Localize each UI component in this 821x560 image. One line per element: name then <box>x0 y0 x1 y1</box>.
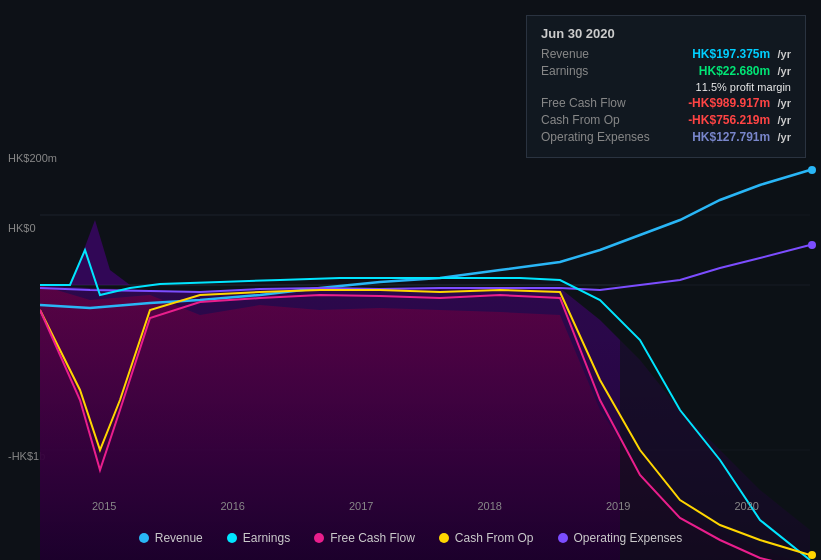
tooltip-opex-value: HK$127.791m /yr <box>692 130 791 144</box>
x-label-2020: 2020 <box>735 500 759 512</box>
legend-cfo[interactable]: Cash From Op <box>439 531 534 545</box>
legend-fcf-label: Free Cash Flow <box>330 531 415 545</box>
tooltip-fcf-row: Free Cash Flow -HK$989.917m /yr <box>541 96 791 110</box>
chart-legend: Revenue Earnings Free Cash Flow Cash Fro… <box>0 531 821 545</box>
tooltip-earnings-row: Earnings HK$22.680m /yr <box>541 64 791 78</box>
legend-fcf-dot <box>314 533 324 543</box>
x-label-2018: 2018 <box>478 500 502 512</box>
tooltip-revenue-value: HK$197.375m /yr <box>692 47 791 61</box>
svg-point-6 <box>808 241 816 249</box>
legend-cfo-label: Cash From Op <box>455 531 534 545</box>
tooltip-date: Jun 30 2020 <box>541 26 791 41</box>
data-tooltip: Jun 30 2020 Revenue HK$197.375m /yr Earn… <box>526 15 806 158</box>
svg-point-5 <box>808 166 816 174</box>
tooltip-revenue-label: Revenue <box>541 47 589 61</box>
legend-earnings-label: Earnings <box>243 531 290 545</box>
tooltip-revenue-row: Revenue HK$197.375m /yr <box>541 47 791 61</box>
legend-opex-label: Operating Expenses <box>574 531 683 545</box>
tooltip-earnings-value: HK$22.680m /yr <box>699 64 791 78</box>
tooltip-cfo-value: -HK$756.219m /yr <box>688 113 791 127</box>
tooltip-cfo-label: Cash From Op <box>541 113 620 127</box>
legend-revenue-dot <box>139 533 149 543</box>
x-label-2015: 2015 <box>92 500 116 512</box>
legend-revenue[interactable]: Revenue <box>139 531 203 545</box>
legend-earnings[interactable]: Earnings <box>227 531 290 545</box>
tooltip-earnings-label: Earnings <box>541 64 588 78</box>
legend-cfo-dot <box>439 533 449 543</box>
tooltip-opex-label: Operating Expenses <box>541 130 650 144</box>
tooltip-cfo-row: Cash From Op -HK$756.219m /yr <box>541 113 791 127</box>
tooltip-opex-row: Operating Expenses HK$127.791m /yr <box>541 130 791 144</box>
x-label-2017: 2017 <box>349 500 373 512</box>
tooltip-fcf-value: -HK$989.917m /yr <box>688 96 791 110</box>
legend-revenue-label: Revenue <box>155 531 203 545</box>
profit-margin-text: 11.5% profit margin <box>541 81 791 93</box>
x-label-2019: 2019 <box>606 500 630 512</box>
svg-point-7 <box>808 551 816 559</box>
x-label-2016: 2016 <box>221 500 245 512</box>
x-axis: 2015 2016 2017 2018 2019 2020 <box>40 500 811 512</box>
legend-opex[interactable]: Operating Expenses <box>558 531 683 545</box>
tooltip-fcf-label: Free Cash Flow <box>541 96 626 110</box>
legend-fcf[interactable]: Free Cash Flow <box>314 531 415 545</box>
svg-rect-4 <box>620 140 820 560</box>
main-chart <box>0 140 821 560</box>
legend-earnings-dot <box>227 533 237 543</box>
legend-opex-dot <box>558 533 568 543</box>
